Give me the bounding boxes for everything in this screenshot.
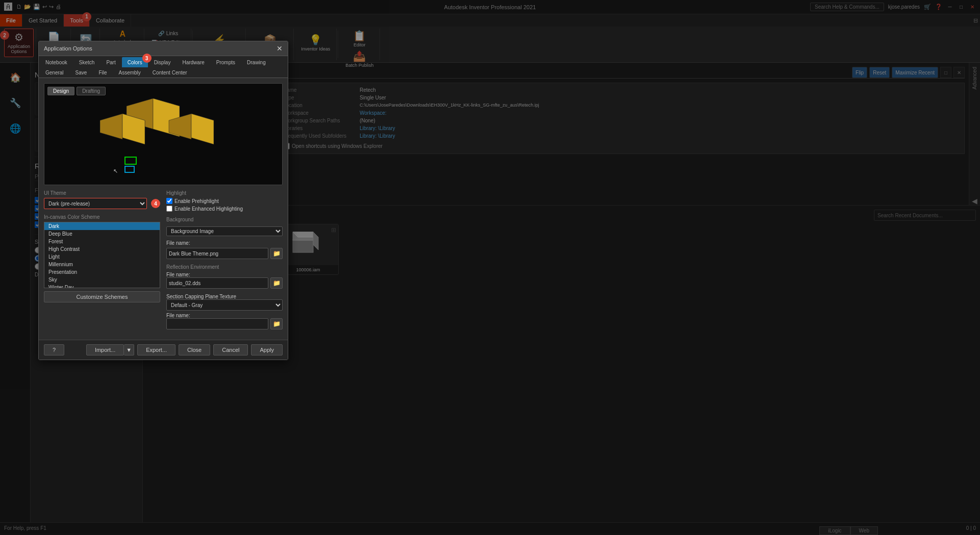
reflection-label: Reflection Environment: [166, 264, 283, 270]
dialog-title: Application Options: [44, 45, 92, 52]
bg-file-label: File name:: [166, 240, 283, 246]
section-file-label: File name:: [166, 313, 283, 318]
dialog-tab-save[interactable]: Save: [70, 67, 93, 78]
footer-right: Import... ▼ Export... Close Cancel Apply: [86, 344, 283, 355]
enhanced-highlight-checkbox[interactable]: [166, 206, 172, 212]
section-browse-button[interactable]: 📁: [270, 318, 283, 329]
dialog-tab-prompts[interactable]: Prompts: [211, 57, 241, 67]
import-button[interactable]: Import...: [86, 344, 124, 355]
dialog-left-col: UI Theme Dark (pre-release) Light 4 In-c…: [44, 190, 160, 335]
highlight-label: Highlight: [166, 190, 283, 196]
enhanced-highlight-label: Enable Enhanced Highlighting: [174, 206, 243, 212]
enhanced-highlight-row: Enable Enhanced Highlighting: [166, 206, 283, 212]
scheme-presentation[interactable]: Presentation: [44, 268, 160, 276]
section-file-input[interactable]: [166, 318, 268, 329]
import-btn-group: Import... ▼: [86, 344, 134, 355]
ui-theme-row: Dark (pre-release) Light 4: [44, 198, 160, 209]
dialog-tab-part[interactable]: Part: [100, 57, 121, 67]
cancel-button[interactable]: Cancel: [213, 344, 248, 355]
ui-theme-select[interactable]: Dark (pre-release) Light: [44, 198, 147, 209]
step3-badge: 3: [142, 54, 152, 63]
help-button[interactable]: ?: [44, 344, 64, 355]
scheme-deep-blue[interactable]: Deep Blue: [44, 230, 160, 238]
bg-file-row: 📁: [166, 248, 283, 259]
scheme-millennium[interactable]: Millennium: [44, 261, 160, 268]
reflection-file-label: File name:: [166, 272, 283, 277]
color-scheme-list: Dark Deep Blue Forest High Contrast Ligh…: [44, 222, 160, 288]
dialog-tab-notebook[interactable]: Notebook: [40, 57, 73, 67]
dialog-tab-drawing[interactable]: Drawing: [241, 57, 271, 67]
ui-theme-label: UI Theme: [44, 190, 160, 196]
dialog-tab-assembly[interactable]: Assembly: [113, 67, 146, 78]
dialog-tab-sketch[interactable]: Sketch: [73, 57, 100, 67]
bg-browse-button[interactable]: 📁: [270, 248, 283, 259]
section-file-row: 📁: [166, 318, 283, 329]
step4-badge: 4: [151, 199, 160, 208]
drafting-tab[interactable]: Drafting: [77, 87, 106, 95]
section-capping-select[interactable]: Default - Gray None: [166, 299, 283, 311]
scheme-winter-day[interactable]: Winter Day: [44, 284, 160, 288]
incanvas-label: In-canvas Color Scheme: [44, 214, 160, 220]
dialog-tabs: Notebook Sketch Part Colors 3 Display Ha…: [39, 56, 288, 78]
bg-file-input[interactable]: [166, 248, 268, 259]
dialog-tab-colors[interactable]: Colors 3: [122, 57, 148, 67]
ui-theme-group: UI Theme Dark (pre-release) Light 4: [44, 190, 160, 209]
design-tab[interactable]: Design: [47, 87, 74, 95]
svg-rect-14: [125, 166, 134, 172]
dialog-tab-display[interactable]: Display: [148, 57, 177, 67]
prehighlight-checkbox[interactable]: [166, 198, 172, 204]
dialog-tab-hardware[interactable]: Hardware: [177, 57, 210, 67]
close-dialog-button[interactable]: Close: [179, 344, 210, 355]
apply-button[interactable]: Apply: [251, 344, 283, 355]
incanvas-scheme-group: In-canvas Color Scheme Dark Deep Blue Fo…: [44, 214, 160, 302]
reflection-browse-button[interactable]: 📁: [270, 277, 283, 289]
background-group: Background Background Image Gradient Sol…: [166, 217, 283, 259]
section-capping-group: Section Capping Plane Texture Default - …: [166, 294, 283, 329]
reflection-file-row: 📁: [166, 277, 283, 289]
dialog-columns: UI Theme Dark (pre-release) Light 4 In-c…: [44, 190, 283, 335]
dialog-close-button[interactable]: ✕: [277, 44, 283, 53]
scheme-forest[interactable]: Forest: [44, 238, 160, 245]
cursor-indicator: ↖: [113, 168, 118, 174]
reflection-file-input[interactable]: [166, 277, 268, 289]
dialog-overlay: Application Options ✕ Notebook Sketch Pa…: [0, 0, 980, 535]
section-capping-label: Section Capping Plane Texture: [166, 294, 283, 299]
prehighlight-row: Enable Prehighlight: [166, 198, 283, 204]
dialog-tab-content-center[interactable]: Content Center: [147, 67, 193, 78]
preview-tabs: Design Drafting: [47, 87, 106, 95]
customize-schemes-button[interactable]: Customize Schemes: [44, 291, 160, 302]
prehighlight-label: Enable Prehighlight: [174, 198, 219, 204]
footer-left: ?: [44, 344, 64, 355]
dialog-body: Design Drafting: [39, 78, 288, 340]
export-button[interactable]: Export...: [137, 344, 175, 355]
svg-marker-12: [191, 114, 214, 144]
svg-rect-13: [125, 157, 136, 164]
app-options-dialog: Application Options ✕ Notebook Sketch Pa…: [38, 41, 288, 360]
background-select[interactable]: Background Image Gradient Solid Color: [166, 226, 283, 236]
dialog-tab-file[interactable]: File: [93, 67, 112, 78]
scheme-light[interactable]: Light: [44, 253, 160, 261]
scheme-sky[interactable]: Sky: [44, 276, 160, 284]
import-dropdown-button[interactable]: ▼: [124, 344, 134, 355]
scheme-dark[interactable]: Dark: [44, 222, 160, 230]
dialog-titlebar: Application Options ✕: [39, 41, 288, 56]
scheme-high-contrast[interactable]: High Contrast: [44, 245, 160, 253]
reflection-group: Reflection Environment File name: 📁: [166, 264, 283, 289]
dialog-footer: ? Import... ▼ Export... Close Cancel App…: [39, 340, 288, 360]
svg-marker-8: [100, 114, 122, 139]
preview-area: Design Drafting: [44, 83, 283, 185]
highlight-group: Highlight Enable Prehighlight Enable Enh…: [166, 190, 283, 212]
background-section-label: Background: [166, 217, 283, 222]
dialog-right-col: Highlight Enable Prehighlight Enable Enh…: [166, 190, 283, 335]
dialog-tab-general[interactable]: General: [40, 67, 69, 78]
